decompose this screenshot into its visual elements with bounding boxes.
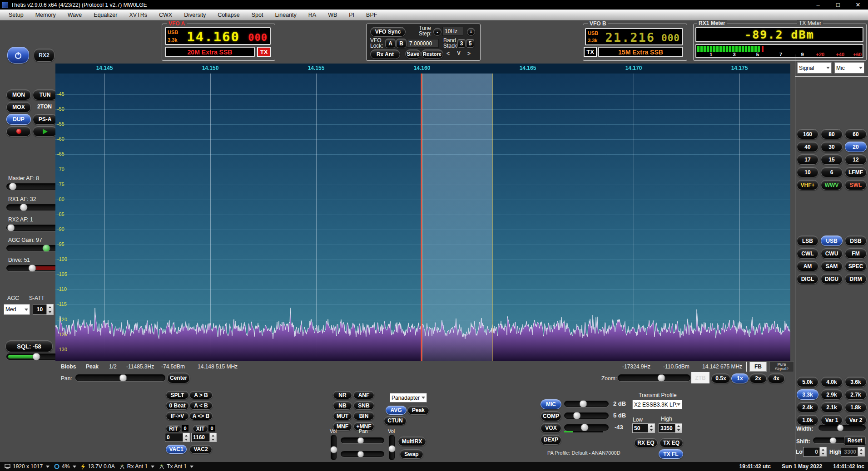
pan2-slider[interactable] bbox=[341, 451, 384, 457]
tune-step-down-button[interactable]: - bbox=[433, 28, 441, 36]
a-to-b-button[interactable]: A > B bbox=[189, 391, 213, 399]
tx-antenna-selector[interactable]: Tx Ant 1 bbox=[159, 463, 193, 470]
band-button[interactable]: WWV bbox=[821, 180, 843, 190]
rx2-af-slider[interactable] bbox=[6, 225, 58, 231]
mode-button[interactable]: DRM bbox=[845, 274, 867, 284]
mic-button[interactable]: MIC bbox=[541, 399, 561, 409]
mut-button[interactable]: MUT bbox=[333, 412, 352, 420]
mode-button[interactable]: AM bbox=[797, 261, 818, 271]
xit-button[interactable]: XIT bbox=[193, 425, 208, 432]
mon-button[interactable]: MON bbox=[6, 89, 31, 100]
fb-button[interactable]: FB bbox=[749, 362, 767, 372]
vfo-b-tx-indicator[interactable]: TX bbox=[584, 47, 597, 57]
stepper-arrows[interactable] bbox=[819, 447, 826, 456]
pan-slider[interactable] bbox=[75, 374, 165, 381]
rx-antenna-selector[interactable]: Rx Ant 1 bbox=[119, 463, 154, 470]
filter-button[interactable]: 5.0k bbox=[797, 377, 818, 387]
blobs-toggle[interactable]: Blobs bbox=[61, 363, 76, 370]
vfo-a-tx-indicator[interactable]: TX bbox=[257, 47, 271, 57]
pure-signal-button[interactable]: PureSignal2 bbox=[769, 361, 794, 372]
filter-button[interactable]: Var 2 bbox=[845, 415, 867, 425]
zoom-2x-button[interactable]: 2x bbox=[749, 373, 767, 383]
rit-stepper[interactable]: 0 bbox=[165, 433, 190, 442]
cpu-usage[interactable]: 4% bbox=[54, 463, 76, 470]
filter-button[interactable]: Var 1 bbox=[821, 415, 843, 425]
vfo-lock-b-button[interactable]: B bbox=[396, 39, 407, 48]
filter-low-stepper[interactable]: 0 bbox=[803, 447, 827, 456]
vox-button[interactable]: VOX bbox=[541, 423, 561, 433]
vfo-b-display[interactable]: USB 3.3k 21.216 000 bbox=[585, 28, 683, 45]
save-button[interactable]: Save bbox=[405, 49, 421, 59]
drive-slider[interactable] bbox=[6, 265, 58, 271]
agc-gain-slider[interactable] bbox=[6, 245, 58, 251]
panadapter-spectrum[interactable] bbox=[55, 64, 790, 361]
filter-high-stepper[interactable]: 3300 bbox=[841, 447, 865, 456]
filter-button[interactable]: 1.8k bbox=[845, 402, 867, 412]
pan-center-button[interactable]: Center bbox=[167, 373, 190, 383]
restore-button[interactable]: Restore bbox=[421, 49, 443, 59]
mode-button[interactable]: CWU bbox=[821, 248, 843, 259]
menu-item[interactable]: Memory bbox=[30, 10, 62, 20]
peak-toggle[interactable]: Peak bbox=[86, 363, 99, 370]
comp-slider[interactable] bbox=[564, 412, 609, 419]
dup-button[interactable]: DUP bbox=[6, 114, 31, 125]
band-button[interactable]: LFMF bbox=[845, 167, 867, 177]
tx-fl-button[interactable]: TX FL bbox=[659, 449, 683, 459]
zoom-1x-button[interactable]: 1x bbox=[731, 373, 749, 383]
vfo-lock-a-button[interactable]: A bbox=[385, 39, 396, 48]
display-mode-select[interactable]: Panadapter bbox=[390, 393, 427, 402]
zoom-slider[interactable] bbox=[618, 374, 690, 381]
band-button[interactable]: 17 bbox=[797, 154, 818, 165]
ctun-button[interactable]: CTUN bbox=[384, 416, 407, 425]
band-v-button[interactable]: V bbox=[457, 50, 461, 56]
menu-item[interactable]: RA bbox=[303, 10, 322, 20]
b-to-a-button[interactable]: A < B bbox=[189, 401, 213, 410]
tx-eq-button[interactable]: TX EQ bbox=[660, 438, 683, 447]
nb-button[interactable]: NB bbox=[333, 401, 352, 410]
tx-low-stepper[interactable]: 50 bbox=[632, 423, 655, 433]
menu-item[interactable]: Setup bbox=[3, 10, 30, 20]
filter-button[interactable]: 2.9k bbox=[821, 389, 843, 400]
mox-button[interactable]: MOX bbox=[6, 102, 31, 113]
resolution-selector[interactable]: 1920 x 1017 bbox=[5, 463, 50, 470]
anf-button[interactable]: ANF bbox=[353, 391, 374, 399]
filter-width-slider[interactable] bbox=[818, 425, 866, 431]
stepper-arrows[interactable] bbox=[46, 304, 53, 314]
maximize-button[interactable]: □ bbox=[828, 0, 848, 10]
filter-shift-reset-button[interactable]: Reset bbox=[844, 436, 866, 446]
filter-button[interactable]: 3.3k bbox=[797, 389, 818, 400]
record-button[interactable] bbox=[6, 126, 31, 137]
meter-rx-select[interactable]: Signal bbox=[797, 62, 832, 74]
vox-slider[interactable] bbox=[564, 424, 609, 431]
pan1-slider[interactable] bbox=[341, 437, 384, 443]
menu-item[interactable]: Wave bbox=[62, 10, 88, 20]
tune-step-up-button[interactable]: + bbox=[467, 28, 475, 36]
vfo-a-display[interactable]: USB 3.3k 14.160 000 bbox=[165, 27, 271, 45]
nr-button[interactable]: NR bbox=[333, 391, 352, 399]
rx1-af-slider[interactable] bbox=[6, 204, 58, 211]
zero-beat-button[interactable]: 0 Beat bbox=[166, 401, 189, 410]
vac1-button[interactable]: VAC1 bbox=[166, 445, 187, 454]
filter-button[interactable]: 2.4k bbox=[797, 402, 818, 412]
band-button[interactable]: 80 bbox=[821, 129, 843, 139]
tx-high-stepper[interactable]: 3350 bbox=[659, 423, 682, 433]
mode-button[interactable]: DIGL bbox=[797, 274, 818, 284]
mode-button[interactable]: LSB bbox=[797, 236, 818, 246]
mode-button[interactable]: DSB bbox=[845, 236, 867, 246]
sql-button[interactable]: SQL: -58 bbox=[5, 340, 53, 352]
xit-stepper[interactable]: 1160 bbox=[191, 433, 217, 442]
menu-item[interactable]: Collapse bbox=[212, 10, 246, 20]
menu-item[interactable]: XVTRs bbox=[123, 10, 153, 20]
band-button[interactable]: SWL bbox=[845, 180, 867, 190]
stepper-arrows[interactable] bbox=[648, 424, 655, 432]
master-af-slider[interactable] bbox=[6, 183, 58, 190]
swap-button[interactable]: Swap bbox=[400, 449, 423, 459]
bin-button[interactable]: BIN bbox=[353, 412, 374, 420]
band-button[interactable]: VHF+ bbox=[797, 180, 818, 190]
zoom-05x-button[interactable]: 0.5x bbox=[711, 373, 730, 383]
band-stack-3-button[interactable]: 3 bbox=[457, 39, 466, 48]
menu-item[interactable]: CWX bbox=[153, 10, 178, 20]
sql-slider[interactable] bbox=[6, 353, 58, 360]
split-button[interactable]: SPLT bbox=[166, 391, 189, 399]
rx-ant-button[interactable]: Rx Ant bbox=[370, 49, 400, 59]
